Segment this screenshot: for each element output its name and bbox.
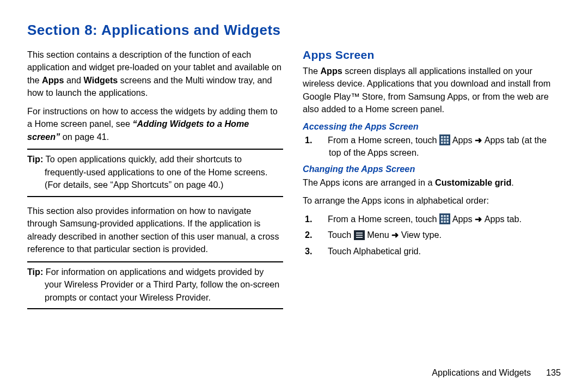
svg-rect-13: [447, 215, 449, 217]
svg-rect-18: [444, 220, 446, 223]
step-number: 1.: [317, 134, 328, 146]
svg-rect-3: [447, 136, 449, 138]
svg-rect-23: [356, 237, 363, 238]
bold-apps-tab: Apps: [485, 135, 505, 145]
apps-screen-description: The Apps screen displays all application…: [303, 65, 559, 116]
svg-rect-9: [447, 142, 449, 144]
intro-paragraph-2: For instructions on how to access the wi…: [27, 105, 283, 143]
apps-grid-icon: [439, 213, 450, 224]
step-number: 1.: [317, 213, 328, 225]
apps-grid-icon: [439, 134, 450, 145]
steps-changing: 1.From a Home screen, touch Apps ➜ Apps …: [317, 213, 559, 258]
svg-rect-1: [441, 136, 443, 138]
bold-widgets: Widgets: [84, 75, 118, 85]
step-number: 3.: [317, 245, 328, 258]
text: on page 41.: [60, 132, 109, 142]
customizable-grid-para: The Apps icons are arranged in a Customi…: [303, 176, 559, 189]
tip-box-1: Tip: To open applications quickly, add t…: [27, 149, 283, 197]
steps-accessing: 1.From a Home screen, touch Apps ➜ Apps …: [317, 134, 559, 160]
h2-apps-screen: Apps Screen: [303, 48, 559, 62]
tip-box-2: Tip: For information on applications and…: [27, 261, 283, 309]
text: From a Home screen, touch: [328, 135, 439, 145]
two-column-layout: This section contains a description of t…: [27, 48, 566, 317]
text: The Apps icons are arranged in a: [303, 177, 435, 187]
bold-apps: Apps: [452, 214, 473, 224]
bold-customizable-grid: Customizable grid: [435, 177, 511, 187]
alphabetical-intro: To arrange the Apps icons in alphabetica…: [303, 194, 559, 207]
tip-label: Tip:: [27, 267, 43, 277]
svg-rect-19: [447, 220, 449, 223]
svg-rect-2: [444, 136, 446, 138]
text: and: [64, 75, 83, 85]
page-number: 135: [546, 367, 561, 377]
text: From a Home screen, touch: [328, 214, 439, 224]
text: on page 40.): [171, 180, 223, 189]
page-footer: Applications and Widgets135: [432, 367, 561, 378]
svg-rect-6: [447, 139, 449, 141]
svg-rect-8: [444, 142, 446, 144]
svg-rect-11: [441, 215, 443, 217]
svg-rect-17: [441, 220, 443, 223]
text: .: [439, 230, 442, 240]
bold-alphabetical-grid: Alphabetical grid: [353, 246, 419, 256]
svg-rect-5: [444, 139, 446, 141]
step-item: 1.From a Home screen, touch Apps ➜ Apps …: [317, 213, 559, 225]
svg-rect-4: [441, 139, 443, 141]
step-item: 2.Touch Menu ➜ View type.: [317, 229, 559, 241]
svg-rect-12: [444, 215, 446, 217]
text: .: [419, 246, 421, 256]
svg-rect-21: [356, 232, 363, 234]
svg-rect-16: [447, 218, 449, 220]
arrow-icon: ➜: [389, 230, 401, 240]
h3-changing: Changing the Apps Screen: [303, 164, 559, 174]
svg-rect-14: [441, 218, 443, 220]
text: .: [511, 177, 514, 187]
text: Touch: [328, 230, 354, 240]
text: tab.: [505, 214, 522, 224]
section-title: Section 8: Applications and Widgets: [27, 22, 566, 39]
intro-paragraph-3: This section also provides information o…: [27, 205, 283, 256]
right-column: Apps Screen The Apps screen displays all…: [303, 48, 559, 317]
step-item: 3.Touch Alphabetical grid.: [317, 245, 559, 258]
left-column: This section contains a description of t…: [27, 48, 283, 317]
bold-view-type: View type: [401, 230, 439, 240]
manual-page: Section 8: Applications and Widgets This…: [0, 0, 588, 392]
arrow-icon: ➜: [473, 214, 485, 224]
bold-apps: Apps: [320, 66, 342, 76]
intro-paragraph-1: This section contains a description of t…: [27, 48, 283, 100]
bold-apps-tab: Apps: [485, 214, 505, 224]
tip-body: Tip: For information on applications and…: [27, 266, 283, 304]
cross-ref[interactable]: “App Shortcuts”: [111, 180, 171, 189]
svg-rect-7: [441, 142, 443, 144]
bold-menu: Menu: [367, 230, 389, 240]
bold-apps: Apps: [42, 75, 64, 85]
tip-label: Tip:: [27, 154, 43, 164]
arrow-icon: ➜: [473, 135, 485, 145]
text: The: [303, 66, 320, 76]
step-item: 1.From a Home screen, touch Apps ➜ Apps …: [317, 134, 559, 160]
bold-apps: Apps: [367, 148, 388, 157]
text: For information on applications and widg…: [43, 267, 279, 302]
step-number: 2.: [317, 229, 328, 241]
bold-apps: Apps: [452, 135, 473, 145]
svg-rect-22: [356, 235, 363, 236]
h3-accessing: Accessing the Apps Screen: [303, 121, 559, 132]
svg-rect-15: [444, 218, 446, 220]
footer-section-name: Applications and Widgets: [432, 367, 531, 377]
text: screen.: [388, 148, 419, 157]
tip-body: Tip: To open applications quickly, add t…: [27, 153, 283, 191]
menu-icon: [354, 230, 365, 240]
text: Touch: [328, 246, 353, 256]
